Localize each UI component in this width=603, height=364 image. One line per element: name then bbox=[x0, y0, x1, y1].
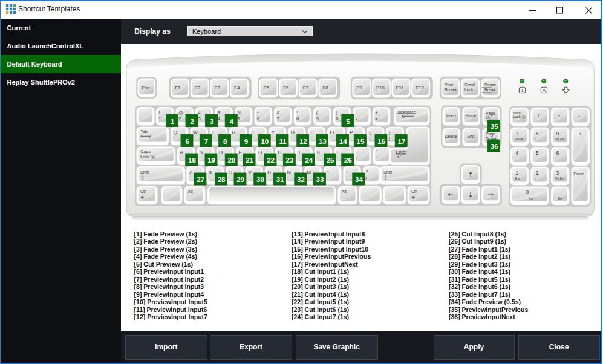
svg-text:5: 5 bbox=[536, 150, 539, 156]
svg-text:S: S bbox=[200, 149, 203, 155]
svg-text:E: E bbox=[212, 129, 216, 135]
svg-text:6: 6 bbox=[257, 116, 259, 122]
svg-text:1: 1 bbox=[515, 170, 518, 176]
svg-text:⇧: ⇧ bbox=[383, 175, 388, 181]
svg-text:R: R bbox=[232, 129, 236, 135]
svg-text:Esc: Esc bbox=[142, 85, 149, 91]
svg-text:.: . bbox=[558, 189, 560, 195]
svg-text:27: 27 bbox=[197, 176, 204, 183]
svg-text:22: 22 bbox=[267, 157, 275, 164]
svg-text:Print: Print bbox=[445, 83, 453, 87]
svg-text:Y: Y bbox=[271, 129, 275, 135]
svg-text:F7: F7 bbox=[303, 85, 309, 91]
svg-text:.: . bbox=[346, 175, 347, 181]
svg-text:10: 10 bbox=[261, 138, 269, 145]
svg-text:Lock ⓞ: Lock ⓞ bbox=[513, 115, 525, 119]
svg-text:*: * bbox=[296, 110, 298, 115]
svg-text:11: 11 bbox=[279, 138, 287, 145]
svg-text:4: 4 bbox=[515, 150, 518, 156]
svg-text:21: 21 bbox=[246, 157, 253, 164]
svg-text:W: W bbox=[193, 129, 198, 135]
svg-text:<: < bbox=[327, 169, 330, 174]
svg-text:&: & bbox=[277, 110, 280, 115]
svg-text:]: ] bbox=[389, 135, 390, 141]
svg-text:Del: Del bbox=[558, 197, 562, 200]
svg-text:Home: Home bbox=[515, 137, 523, 141]
svg-text:13: 13 bbox=[319, 138, 327, 145]
svg-text:9: 9 bbox=[244, 138, 248, 145]
svg-text:X: X bbox=[209, 169, 212, 175]
svg-text:12: 12 bbox=[299, 138, 307, 145]
svg-text:28: 28 bbox=[218, 176, 226, 183]
svg-text:Pause: Pause bbox=[484, 83, 496, 87]
svg-text:+: + bbox=[579, 131, 582, 137]
svg-text:3: 3 bbox=[210, 118, 213, 125]
svg-text:Screen: Screen bbox=[445, 88, 458, 92]
svg-text:Backspace: Backspace bbox=[396, 110, 416, 115]
svg-text:M: M bbox=[307, 169, 311, 175]
svg-text:7: 7 bbox=[277, 116, 279, 122]
svg-text:1: 1 bbox=[158, 116, 161, 122]
svg-text:N: N bbox=[287, 169, 291, 175]
svg-text:Alt: Alt bbox=[342, 189, 347, 193]
svg-text:J: J bbox=[298, 149, 300, 155]
svg-text:9: 9 bbox=[316, 116, 319, 122]
svg-text:Num: Num bbox=[513, 111, 521, 115]
svg-text:→: → bbox=[555, 157, 558, 161]
svg-text:Insert: Insert bbox=[446, 114, 456, 118]
svg-text:`: ` bbox=[139, 116, 141, 122]
svg-text:7: 7 bbox=[204, 138, 208, 145]
svg-text:4: 4 bbox=[230, 118, 234, 125]
svg-text:9: 9 bbox=[556, 131, 559, 137]
svg-text:5: 5 bbox=[346, 118, 350, 125]
svg-text:Home: Home bbox=[465, 114, 476, 118]
svg-text:F3: F3 bbox=[214, 85, 220, 91]
svg-text:F4: F4 bbox=[234, 85, 240, 91]
svg-text:L: L bbox=[337, 149, 340, 155]
svg-text:←: ← bbox=[515, 157, 518, 161]
svg-text:2: 2 bbox=[190, 118, 194, 125]
svg-text:24: 24 bbox=[305, 157, 313, 164]
svg-text:I: I bbox=[310, 129, 311, 135]
svg-text:H: H bbox=[278, 149, 281, 155]
svg-text:0: 0 bbox=[526, 189, 529, 195]
svg-text:1: 1 bbox=[521, 88, 524, 93]
svg-text:26: 26 bbox=[344, 157, 352, 164]
svg-text:*: * bbox=[558, 114, 560, 119]
svg-text:18: 18 bbox=[188, 157, 196, 164]
svg-text:Scroll: Scroll bbox=[464, 83, 475, 87]
svg-text:F2: F2 bbox=[195, 85, 201, 91]
svg-text:Caps: Caps bbox=[140, 149, 151, 154]
svg-text:⇧: ⇧ bbox=[140, 175, 145, 181]
svg-text:V: V bbox=[248, 169, 252, 175]
svg-text:?: ? bbox=[365, 169, 368, 174]
svg-text:20: 20 bbox=[227, 157, 235, 164]
svg-text:,: , bbox=[327, 175, 328, 181]
svg-text:F9: F9 bbox=[356, 85, 362, 91]
svg-text:Tab: Tab bbox=[140, 129, 147, 134]
svg-text:F: F bbox=[239, 149, 242, 155]
svg-text:End: End bbox=[467, 134, 474, 138]
svg-text:25: 25 bbox=[327, 157, 334, 164]
svg-text:Ctr: Ctr bbox=[411, 189, 417, 193]
svg-text:_: _ bbox=[355, 110, 359, 115]
svg-text:5: 5 bbox=[238, 116, 240, 122]
svg-text:Shift: Shift bbox=[140, 170, 149, 174]
svg-text:36: 36 bbox=[491, 143, 498, 150]
svg-text:17: 17 bbox=[397, 138, 405, 145]
svg-text:A: A bbox=[180, 149, 183, 155]
svg-text:F10: F10 bbox=[376, 85, 385, 91]
svg-text:Up: Up bbox=[486, 115, 491, 120]
svg-text:Pg Dn: Pg Dn bbox=[555, 177, 564, 180]
svg-text:P: P bbox=[350, 129, 353, 135]
svg-text:23: 23 bbox=[286, 157, 294, 164]
svg-text:35: 35 bbox=[491, 123, 498, 130]
svg-text:F1: F1 bbox=[175, 85, 181, 91]
svg-text:C: C bbox=[229, 169, 232, 175]
svg-text:D: D bbox=[219, 149, 223, 155]
svg-text:8: 8 bbox=[223, 138, 227, 145]
svg-text:↑: ↑ bbox=[535, 137, 536, 141]
svg-text::: : bbox=[356, 149, 357, 154]
svg-text:Break: Break bbox=[484, 88, 495, 92]
svg-text:34: 34 bbox=[355, 176, 363, 183]
